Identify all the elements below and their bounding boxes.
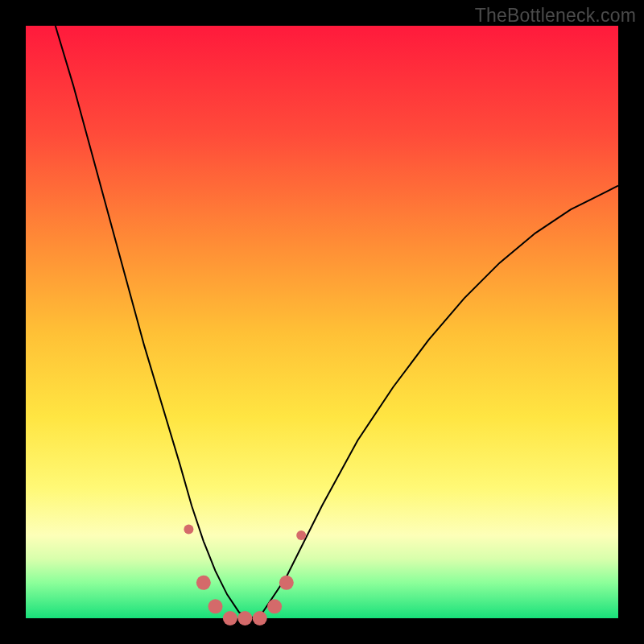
highlight-dot	[267, 599, 282, 613]
bottleneck-curve	[56, 26, 618, 618]
watermark-text: TheBottleneck.com	[475, 5, 636, 27]
plot-area	[26, 26, 618, 618]
highlight-dot	[237, 611, 252, 625]
highlight-dot	[253, 611, 267, 625]
highlight-dot	[184, 525, 193, 535]
highlight-dot	[223, 611, 237, 625]
chart-frame: TheBottleneck.com	[0, 0, 644, 644]
highlight-dot	[279, 576, 294, 590]
highlight-dot	[296, 530, 306, 540]
highlight-dot	[196, 576, 211, 590]
highlight-dot	[208, 599, 223, 613]
bottleneck-curve-svg	[26, 26, 618, 618]
